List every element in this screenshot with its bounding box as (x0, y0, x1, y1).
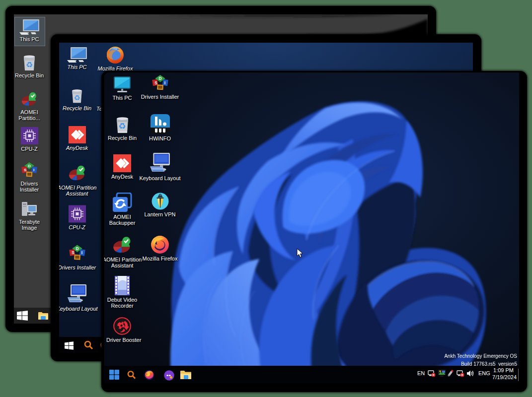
svg-text:D: D (28, 164, 31, 168)
svg-text:♻: ♻ (74, 94, 80, 102)
svg-text:S: S (72, 251, 75, 255)
svg-text:D: D (158, 76, 161, 81)
svg-text:I: I (81, 251, 82, 255)
svg-text:♻: ♻ (26, 61, 33, 69)
svg-text:S: S (24, 168, 27, 172)
svg-text:S: S (154, 81, 157, 85)
svg-text:I: I (164, 81, 165, 85)
svg-text:I: I (33, 168, 34, 172)
svg-text:♻: ♻ (118, 122, 126, 131)
svg-text:D: D (76, 247, 78, 251)
